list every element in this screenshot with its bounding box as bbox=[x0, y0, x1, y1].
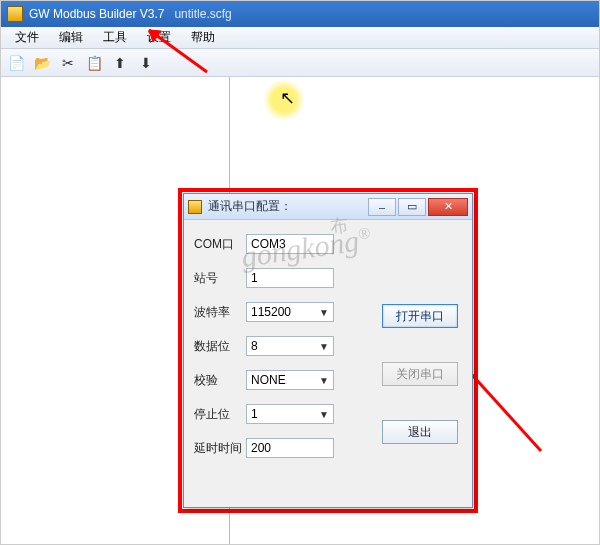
dialog-window-controls: – ▭ ✕ bbox=[368, 198, 468, 216]
main-titlebar: GW Modbus Builder V3.7 untitle.scfg bbox=[1, 1, 599, 27]
menu-tools[interactable]: 工具 bbox=[93, 27, 137, 48]
label-station: 站号 bbox=[194, 270, 246, 287]
toolbar-open-icon[interactable]: 📂 bbox=[31, 52, 53, 74]
label-databits: 数据位 bbox=[194, 338, 246, 355]
input-com[interactable] bbox=[246, 234, 334, 254]
chevron-down-icon: ▼ bbox=[319, 307, 329, 318]
menubar: 文件 编辑 工具 设置 帮助 bbox=[1, 27, 599, 49]
label-baud: 波特率 bbox=[194, 304, 246, 321]
select-parity-value: NONE bbox=[251, 373, 286, 387]
cursor-icon: ↖ bbox=[280, 87, 295, 109]
select-stopbits-value: 1 bbox=[251, 407, 258, 421]
dialog-body: COM口 站号 波特率 115200 ▼ 数据位 8 ▼ 校验 NONE bbox=[184, 220, 472, 482]
select-parity[interactable]: NONE ▼ bbox=[246, 370, 334, 390]
dialog-titlebar[interactable]: 通讯串口配置： – ▭ ✕ bbox=[184, 194, 472, 220]
exit-button[interactable]: 退出 bbox=[382, 420, 458, 444]
menu-file[interactable]: 文件 bbox=[5, 27, 49, 48]
toolbar-cut-icon[interactable]: ✂ bbox=[57, 52, 79, 74]
dialog-icon bbox=[188, 200, 202, 214]
input-delay[interactable] bbox=[246, 438, 334, 458]
serial-config-dialog: 通讯串口配置： – ▭ ✕ COM口 站号 波特率 115200 ▼ 数据位 8 bbox=[183, 193, 473, 508]
menu-edit[interactable]: 编辑 bbox=[49, 27, 93, 48]
dialog-maximize-button[interactable]: ▭ bbox=[398, 198, 426, 216]
toolbar-upload-icon[interactable]: ⬆ bbox=[109, 52, 131, 74]
select-databits-value: 8 bbox=[251, 339, 258, 353]
app-icon bbox=[7, 6, 23, 22]
chevron-down-icon: ▼ bbox=[319, 375, 329, 386]
document-name: untitle.scfg bbox=[174, 7, 231, 21]
select-baud[interactable]: 115200 ▼ bbox=[246, 302, 334, 322]
label-stopbits: 停止位 bbox=[194, 406, 246, 423]
app-title: GW Modbus Builder V3.7 bbox=[29, 7, 164, 21]
annotation-arrow-settings bbox=[137, 22, 217, 82]
input-station[interactable] bbox=[246, 268, 334, 288]
row-com: COM口 bbox=[194, 234, 462, 254]
row-station: 站号 bbox=[194, 268, 462, 288]
select-stopbits[interactable]: 1 ▼ bbox=[246, 404, 334, 424]
dialog-title: 通讯串口配置： bbox=[208, 198, 368, 215]
select-baud-value: 115200 bbox=[251, 305, 291, 319]
label-parity: 校验 bbox=[194, 372, 246, 389]
toolbar-new-icon[interactable]: 📄 bbox=[5, 52, 27, 74]
dialog-minimize-button[interactable]: – bbox=[368, 198, 396, 216]
toolbar-copy-icon[interactable]: 📋 bbox=[83, 52, 105, 74]
toolbar: 📄 📂 ✂ 📋 ⬆ ⬇ bbox=[1, 49, 599, 77]
label-com: COM口 bbox=[194, 236, 246, 253]
label-delay: 延时时间 bbox=[194, 440, 246, 457]
dialog-side-buttons: 打开串口 关闭串口 退出 bbox=[382, 304, 458, 444]
open-port-button[interactable]: 打开串口 bbox=[382, 304, 458, 328]
dialog-close-button[interactable]: ✕ bbox=[428, 198, 468, 216]
chevron-down-icon: ▼ bbox=[319, 341, 329, 352]
chevron-down-icon: ▼ bbox=[319, 409, 329, 420]
close-port-button: 关闭串口 bbox=[382, 362, 458, 386]
select-databits[interactable]: 8 ▼ bbox=[246, 336, 334, 356]
